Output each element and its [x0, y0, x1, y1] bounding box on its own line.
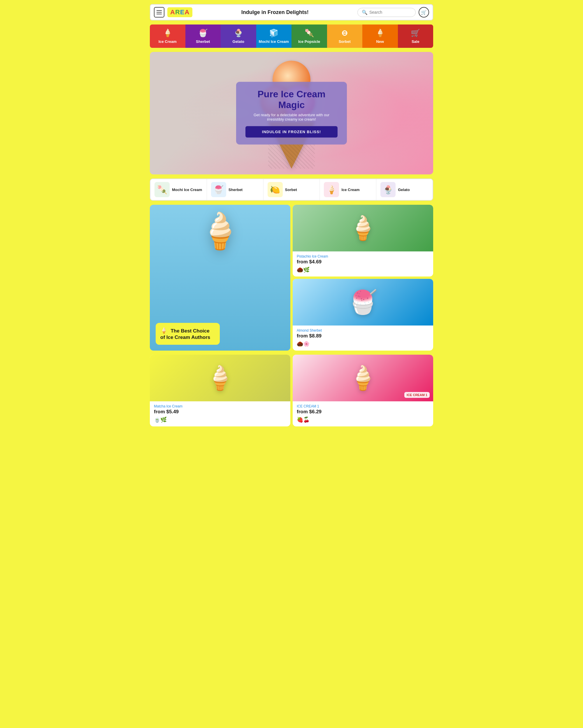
featured-badge: 🍦 The Best Choice of Ice Cream Authors: [156, 323, 220, 345]
almond-tags: 🌰🌸: [297, 341, 429, 347]
search-icon: 🔍: [362, 10, 368, 15]
hero-title: Pure Ice Cream Magic: [245, 89, 338, 110]
product-card-matcha[interactable]: 🍦 Matcha Ice Cream from $5.49 🍵🌿: [150, 355, 290, 426]
sale-icon: 🛒: [411, 29, 420, 37]
almond-info: Almond Sherbet from $8.89 🌰🌸: [293, 326, 433, 350]
popsicle-icon: 🍡: [305, 29, 314, 37]
carousel-item-sherbet[interactable]: 🍧 Sherbet: [207, 179, 263, 200]
carousel-item-icecream[interactable]: 🍦 Ice Cream: [320, 179, 376, 200]
almond-price: from $8.89: [297, 333, 429, 339]
matcha-info: Matcha Ice Cream from $5.49 🍵🌿: [150, 401, 290, 426]
icecream-thumb: 🍦: [324, 182, 339, 197]
featured-product[interactable]: 🍦 🍦 The Best Choice of Ice Cream Authors: [150, 205, 290, 350]
category-label: Sorbet: [339, 40, 351, 44]
pistachio-info: Pistachio Ice Cream from $4.69 🌰🌿: [293, 252, 433, 277]
pistachio-tags: 🌰🌿: [297, 266, 429, 273]
new-icon: 🍦: [376, 29, 385, 37]
carousel-label: Gelato: [398, 187, 410, 192]
pistachio-image: 🍦: [293, 205, 433, 252]
icecream1-image: 🍦 ICE CREAM 1: [293, 355, 433, 401]
product-grid: 🍦 🍦 The Best Choice of Ice Cream Authors…: [150, 205, 433, 350]
pistachio-name: Pistachio Ice Cream: [297, 254, 429, 258]
matcha-image: 🍦: [150, 355, 290, 401]
category-item-sale[interactable]: 🛒 Sale: [398, 25, 434, 48]
category-item-gelato[interactable]: 🍨 Gelato: [221, 25, 256, 48]
icecream1-info: ICE CREAM 1 from $6.29 🍓🍒: [293, 401, 433, 426]
product-card-almond[interactable]: 🍧 Almond Sherbet from $8.89 🌰🌸: [293, 279, 433, 350]
sorbet-thumb: 🍋: [268, 182, 283, 197]
category-nav: 🍦 Ice Cream 🍧 Sherbet 🍨 Gelato 🧊 Mochi I…: [150, 25, 433, 48]
gelato-icon: 🍨: [234, 29, 243, 37]
hero-content: Pure Ice Cream Magic Get ready for a del…: [236, 82, 347, 145]
product-card-icecream1[interactable]: 🍦 ICE CREAM 1 ICE CREAM 1 from $6.29 🍓🍒: [293, 355, 433, 426]
carousel-label: Mochi Ice Cream: [172, 187, 202, 192]
cart-button[interactable]: 🛒: [419, 7, 429, 18]
matcha-tags: 🍵🌿: [154, 416, 286, 423]
almond-image: 🍧: [293, 279, 433, 326]
sherbet-icon: 🍧: [198, 29, 207, 37]
hero-cta-button[interactable]: INDULGE IN FROZEN BLISS!: [245, 126, 338, 138]
carousel-label: Sorbet: [285, 187, 297, 192]
category-label: Ice Popsicle: [298, 40, 320, 44]
category-item-new[interactable]: 🍦 New: [362, 25, 398, 48]
carousel-label: Sherbet: [228, 187, 243, 192]
category-label: Sherbet: [196, 40, 210, 44]
hero-subtitle: Get ready for a delectable adventure wit…: [245, 113, 338, 122]
hamburger-button[interactable]: [154, 7, 164, 18]
category-item-sherbet[interactable]: 🍧 Sherbet: [186, 25, 221, 48]
icecream1-price: from $6.29: [297, 409, 429, 415]
carousel-item-gelato[interactable]: 🍨 Gelato: [376, 179, 433, 200]
search-input[interactable]: [369, 10, 411, 15]
search-box: 🔍: [357, 8, 416, 17]
icecream1-tags: 🍓🍒: [297, 416, 429, 423]
category-carousel: 🍡 Mochi Ice Cream 🍧 Sherbet 🍋 Sorbet 🍦 I…: [150, 179, 433, 201]
product-card-pistachio[interactable]: 🍦 Pistachio Ice Cream from $4.69 🌰🌿: [293, 205, 433, 277]
category-item-ice-cream[interactable]: 🍦 Ice Cream: [150, 25, 186, 48]
category-label: New: [376, 40, 384, 44]
cart-icon: 🛒: [421, 10, 427, 15]
category-label: Sale: [412, 40, 419, 44]
logo: AREA: [167, 7, 192, 17]
icecream1-icon: 🍦: [348, 364, 378, 392]
almond-name: Almond Sherbet: [297, 329, 429, 333]
sorbet-icon: ⊖: [341, 29, 348, 37]
carousel-item-mochi[interactable]: 🍡 Mochi Ice Cream: [150, 179, 207, 200]
icecream1-badge: ICE CREAM 1: [404, 392, 430, 398]
carousel-item-sorbet[interactable]: 🍋 Sorbet: [263, 179, 320, 200]
icecream1-name: ICE CREAM 1: [297, 404, 429, 408]
hero-banner: Pure Ice Cream Magic Get ready for a del…: [150, 52, 433, 175]
product-grid-2: 🍦 Matcha Ice Cream from $5.49 🍵🌿 🍦 ICE C…: [150, 355, 433, 429]
category-item-popsicle[interactable]: 🍡 Ice Popsicle: [292, 25, 327, 48]
category-item-mochi[interactable]: 🧊 Mochi Ice Cream: [256, 25, 292, 48]
pistachio-icon: 🍦: [348, 214, 378, 242]
pistachio-price: from $4.69: [297, 259, 429, 265]
carousel-label: Ice Cream: [341, 187, 359, 192]
category-label: Gelato: [232, 40, 244, 44]
header-title: Indulge in Frozen Delights!: [195, 9, 355, 16]
matcha-name: Matcha Ice Cream: [154, 404, 286, 408]
matcha-icon: 🍦: [205, 364, 235, 392]
featured-illustration: 🍦: [150, 205, 290, 314]
category-item-sorbet[interactable]: ⊖ Sorbet: [327, 25, 363, 48]
featured-badge-title: The Best Choice of Ice Cream Authors: [160, 328, 210, 340]
almond-icon: 🍧: [348, 288, 378, 316]
matcha-price: from $5.49: [154, 409, 286, 415]
ice-cream-icon: 🍦: [163, 29, 172, 37]
badge-icon: 🍦: [160, 327, 168, 334]
mochi-icon: 🧊: [269, 29, 278, 37]
header: AREA Indulge in Frozen Delights! 🔍 🛒: [150, 4, 433, 20]
mochi-thumb: 🍡: [155, 182, 170, 197]
gelato-thumb: 🍨: [381, 182, 395, 197]
category-label: Ice Cream: [159, 40, 177, 44]
category-label: Mochi Ice Cream: [259, 40, 289, 44]
sherbet-thumb: 🍧: [211, 182, 226, 197]
